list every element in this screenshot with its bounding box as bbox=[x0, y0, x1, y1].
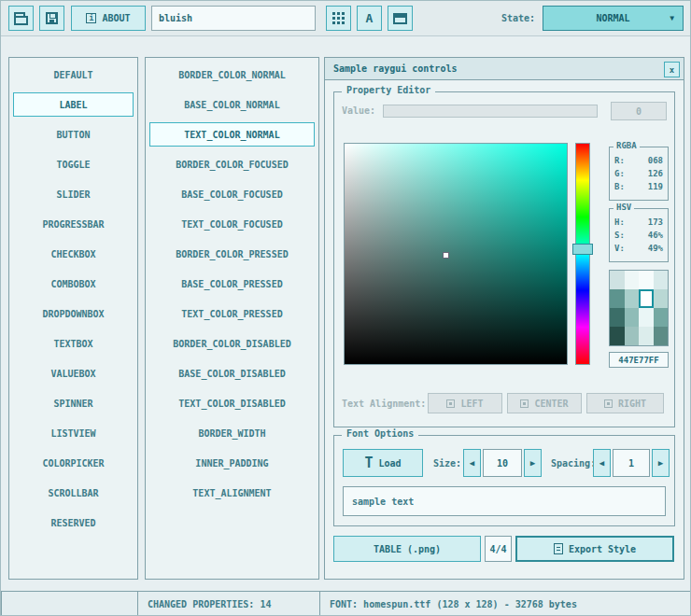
color-swatch[interactable] bbox=[610, 271, 625, 289]
property-item[interactable]: INNER_PADDING bbox=[149, 451, 315, 475]
rguistyler-app: { "toolbar": { "about_label": "ABOUT", "… bbox=[0, 0, 691, 616]
control-item-scrollbar[interactable]: SCROLLBAR bbox=[13, 481, 134, 505]
property-item[interactable]: BASE_COLOR_DISABLED bbox=[149, 361, 315, 385]
color-swatch[interactable] bbox=[654, 271, 669, 289]
export-format-dropdown[interactable]: TABLE (.png) bbox=[333, 536, 481, 562]
color-swatch[interactable] bbox=[639, 308, 654, 327]
color-swatch-selected[interactable] bbox=[639, 289, 654, 308]
spacing-decrease-button[interactable]: ◀ bbox=[593, 449, 611, 477]
value-label: Value: bbox=[342, 100, 375, 120]
close-button[interactable]: x bbox=[664, 62, 680, 77]
control-item-spinner[interactable]: SPINNER bbox=[13, 391, 134, 415]
sample-text-box[interactable]: sample text bbox=[343, 486, 666, 516]
color-swatch[interactable] bbox=[639, 327, 654, 345]
spacing-increase-button[interactable]: ▶ bbox=[652, 449, 670, 477]
r-label: R: bbox=[614, 154, 625, 167]
property-item[interactable]: BORDER_WIDTH bbox=[149, 421, 315, 445]
b-label: B: bbox=[614, 180, 625, 193]
v-label: V: bbox=[614, 242, 625, 255]
export-count-box[interactable]: 4/4 bbox=[485, 536, 512, 562]
align-left-button[interactable]: LEFT bbox=[428, 393, 502, 413]
hsv-v-row: V: 49% bbox=[610, 242, 668, 255]
align-center-label: CENTER bbox=[534, 399, 568, 409]
font-load-button[interactable]: T Load bbox=[343, 449, 423, 477]
g-label: G: bbox=[614, 167, 625, 180]
color-cursor[interactable] bbox=[443, 252, 449, 259]
color-swatch[interactable] bbox=[610, 327, 625, 345]
hue-handle[interactable] bbox=[572, 244, 593, 255]
control-item-textbox[interactable]: TEXTBOX bbox=[13, 331, 134, 356]
window-titlebar[interactable]: Sample raygui controls bbox=[325, 58, 684, 80]
state-value: NORMAL bbox=[596, 13, 629, 23]
property-item[interactable]: BASE_COLOR_NORMAL bbox=[149, 92, 315, 117]
control-item-valuebox[interactable]: VALUEBOX bbox=[13, 361, 134, 385]
font-button[interactable]: A bbox=[357, 6, 382, 31]
window-mode-button[interactable] bbox=[388, 6, 413, 31]
control-item-button[interactable]: BUTTON bbox=[13, 122, 134, 147]
window-title: Sample raygui controls bbox=[333, 63, 457, 74]
chevron-down-icon: ▼ bbox=[670, 14, 674, 22]
property-item[interactable]: TEXT_ALIGNMENT bbox=[149, 481, 315, 505]
save-style-button[interactable] bbox=[39, 6, 64, 31]
state-dropdown[interactable]: NORMAL ▼ bbox=[543, 6, 684, 31]
style-table-button[interactable] bbox=[326, 6, 351, 31]
control-item-slider[interactable]: SLIDER bbox=[13, 182, 134, 206]
spacing-value-box[interactable]: 1 bbox=[613, 449, 650, 477]
property-item[interactable]: BASE_COLOR_FOCUSED bbox=[149, 182, 315, 206]
style-name-input[interactable] bbox=[151, 6, 316, 31]
hue-bar[interactable] bbox=[575, 143, 590, 365]
color-swatch[interactable] bbox=[639, 271, 654, 289]
control-item-reserved[interactable]: RESERVED bbox=[13, 511, 134, 535]
color-swatch[interactable] bbox=[654, 327, 669, 345]
property-item[interactable]: BORDER_COLOR_NORMAL bbox=[149, 63, 315, 87]
control-item-checkbox[interactable]: CHECKBOX bbox=[13, 242, 134, 266]
font-options-group: Font Options T Load Size: ◀ 10 ▶ Spacing… bbox=[333, 435, 675, 526]
about-label: ABOUT bbox=[102, 13, 130, 23]
property-item[interactable]: BORDER_COLOR_DISABLED bbox=[149, 331, 315, 356]
grid-icon bbox=[332, 12, 345, 24]
control-item-progressbar[interactable]: PROGRESSBAR bbox=[13, 212, 134, 236]
export-format-label: TABLE (.png) bbox=[374, 544, 441, 554]
size-decrease-button[interactable]: ◀ bbox=[463, 449, 481, 477]
color-swatch[interactable] bbox=[610, 289, 625, 308]
color-swatch[interactable] bbox=[625, 289, 640, 308]
color-swatch[interactable] bbox=[610, 308, 625, 327]
saturation-value-panel[interactable] bbox=[344, 143, 568, 365]
property-item[interactable]: TEXT_COLOR_PRESSED bbox=[149, 301, 315, 326]
save-icon bbox=[46, 12, 58, 24]
about-button[interactable]: i ABOUT bbox=[71, 6, 146, 31]
value-numbox[interactable]: 0 bbox=[611, 102, 667, 120]
property-item[interactable]: BORDER_COLOR_FOCUSED bbox=[149, 152, 315, 176]
property-item-selected[interactable]: TEXT_COLOR_NORMAL bbox=[149, 122, 315, 147]
property-item[interactable]: BORDER_COLOR_PRESSED bbox=[149, 242, 315, 266]
align-right-button[interactable]: RIGHT bbox=[586, 393, 664, 413]
color-swatch[interactable] bbox=[654, 308, 669, 327]
control-item-toggle[interactable]: TOGGLE bbox=[13, 152, 134, 176]
property-item[interactable]: TEXT_COLOR_FOCUSED bbox=[149, 212, 315, 236]
control-item-dropdownbox[interactable]: DROPDOWNBOX bbox=[13, 301, 134, 326]
chevron-right-icon: ▶ bbox=[530, 458, 535, 468]
control-item-default[interactable]: DEFAULT bbox=[13, 63, 134, 87]
color-swatch[interactable] bbox=[625, 271, 640, 289]
rgba-b-row: B: 119 bbox=[610, 180, 668, 193]
color-swatch[interactable] bbox=[654, 289, 669, 308]
color-swatch[interactable] bbox=[625, 308, 640, 327]
control-item-label[interactable]: LABEL bbox=[13, 92, 134, 117]
open-style-button[interactable] bbox=[8, 6, 34, 31]
text-t-icon: T bbox=[364, 456, 373, 470]
export-style-button[interactable]: Export Style bbox=[515, 536, 674, 562]
align-left-label: LEFT bbox=[460, 399, 483, 409]
color-swatch[interactable] bbox=[625, 327, 640, 345]
value-slider[interactable] bbox=[383, 105, 598, 118]
hsv-group: HSV H: 173 S: 46% V: 49% bbox=[609, 208, 669, 262]
property-item[interactable]: TEXT_COLOR_DISABLED bbox=[149, 391, 315, 415]
size-increase-button[interactable]: ▶ bbox=[524, 449, 542, 477]
align-center-button[interactable]: CENTER bbox=[507, 393, 582, 413]
control-item-combobox[interactable]: COMBOBOX bbox=[13, 272, 134, 296]
size-value-box[interactable]: 10 bbox=[483, 449, 522, 477]
sample-controls-window: Sample raygui controls x Property Editor… bbox=[324, 57, 684, 580]
hex-value-box[interactable]: 447E77FF bbox=[609, 352, 669, 368]
control-item-colorpicker[interactable]: COLORPICKER bbox=[13, 451, 134, 475]
control-item-listview[interactable]: LISTVIEW bbox=[13, 421, 134, 445]
property-item[interactable]: BASE_COLOR_PRESSED bbox=[149, 272, 315, 296]
